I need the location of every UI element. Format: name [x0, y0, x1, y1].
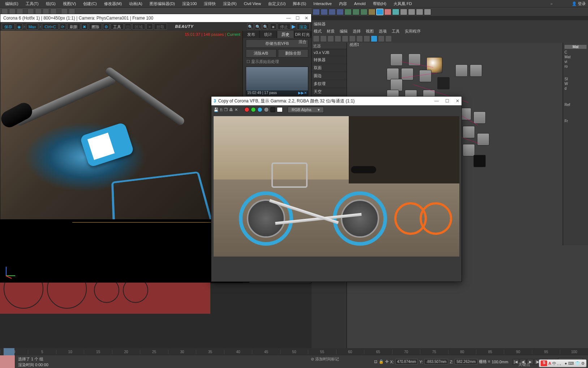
teapot-icon[interactable] [408, 9, 415, 15]
vfb-save-button[interactable]: 保存 [2, 23, 15, 30]
vfb-titlebar[interactable]: Corona 6 (Hotfix 1) | 800×450px (1:1) | … [0, 14, 311, 22]
vfb-ctrlc-button[interactable]: Ctrl+C [42, 23, 58, 30]
menu-create[interactable]: 创建(C) [80, 0, 100, 7]
preset-icon[interactable] [321, 9, 328, 15]
lock-icon[interactable]: 🔒 [379, 359, 384, 364]
menu-phoenix-fd[interactable]: 火凤凰 FD [390, 0, 416, 7]
mat-menu-options[interactable]: 选项 [379, 29, 387, 34]
minimize-icon[interactable]: — [434, 98, 439, 103]
channel-red-icon[interactable] [244, 107, 249, 112]
tab-publish[interactable]: 发布 [243, 31, 260, 38]
zoom-fit-icon[interactable]: 🔍 [247, 23, 254, 30]
browser-item[interactable]: v3.x VJB [312, 49, 347, 56]
menu-civil-view[interactable]: Civil View [240, 0, 265, 7]
menu-overflow-icon[interactable]: » [550, 1, 553, 6]
region-icon[interactable]: ◫ [125, 23, 131, 30]
teapot-icon[interactable] [416, 9, 423, 15]
map-node[interactable] [463, 126, 475, 138]
zoom-in-icon[interactable]: 🔍 [255, 23, 261, 30]
map-node[interactable] [437, 77, 450, 89]
menu-view[interactable]: 视图(V) [59, 0, 80, 7]
menu-render[interactable]: 渲染(R) [219, 0, 240, 7]
erase-icon[interactable]: ✖ [81, 23, 88, 30]
history-thumbnail[interactable]: 15:02:49 | 17 pass ▶▶✕ [246, 67, 308, 96]
mat-toolbar-button[interactable] [313, 35, 319, 42]
ime-a-icon[interactable]: A [548, 361, 551, 365]
mat-toolbar-button[interactable] [378, 35, 385, 42]
maximize-icon[interactable]: ☐ [296, 16, 300, 21]
z-coord-field[interactable]: 582.262mm [455, 359, 477, 364]
preset-icon[interactable] [344, 9, 352, 15]
browser-item[interactable]: 双面 [312, 64, 347, 72]
axis-icon[interactable]: ✢ [385, 359, 389, 364]
menu-content[interactable]: 内容 [335, 0, 351, 7]
mat-menu-select[interactable]: 选择 [353, 29, 361, 34]
map-node[interactable] [390, 79, 403, 91]
menu-graph-editors[interactable]: 图形编辑器(D) [146, 0, 179, 7]
channel-rgb-icon[interactable] [277, 107, 283, 112]
show-post-checkbox[interactable]: ☐ 显示原始后处理 [246, 59, 308, 64]
channel-blue-icon[interactable] [257, 107, 262, 112]
mat-toolbar-button[interactable] [385, 35, 392, 42]
mat-toolbar-button[interactable] [349, 35, 356, 42]
timeline[interactable]: 0 5 10 15 20 25 30 35 40 45 50 55 60 65 … [0, 348, 588, 355]
mat-toolbar-button[interactable] [320, 35, 327, 42]
menu-arnold[interactable]: Arnold [351, 0, 369, 7]
stop-icon[interactable]: ■ [270, 23, 276, 30]
map-node[interactable] [470, 64, 482, 77]
vfb-max-button[interactable]: Max [26, 23, 39, 30]
clear-ab-button[interactable]: 清除A/B [246, 49, 276, 58]
mat-toolbar-button[interactable] [327, 35, 334, 42]
preset-icon[interactable] [329, 9, 336, 15]
mat-menu-mode[interactable]: 模式 [314, 29, 322, 34]
menu-help[interactable]: 帮助(H) [369, 0, 390, 7]
maximize-icon[interactable]: ☐ [445, 98, 449, 103]
ime-settings-icon[interactable]: ⚙ [581, 361, 585, 366]
ime-punct-button[interactable]: , [557, 361, 558, 365]
preset-icon[interactable] [360, 9, 368, 15]
map-node[interactable] [390, 54, 403, 66]
channel-green-icon[interactable] [251, 107, 256, 112]
tab-history[interactable]: 历史 [277, 31, 294, 38]
mat-menu-edit[interactable]: 编辑 [340, 29, 348, 34]
timeline-cursor[interactable] [4, 348, 14, 355]
mat-toolbar-button[interactable] [342, 35, 348, 42]
browser-item[interactable]: 圆边 [312, 72, 347, 80]
menu-tools[interactable]: 工具(T) [22, 0, 42, 7]
mat-toolbar-button[interactable] [364, 35, 370, 42]
save-icon[interactable]: 💾 [214, 107, 219, 112]
corona-logo-icon[interactable]: ◉ [16, 23, 22, 30]
copy-vfb-titlebar[interactable]: 3 Copy of Corona VFB, 显示 Gamma: 2.2, RGB… [211, 97, 462, 105]
tab-dr-lightmix[interactable]: DR 灯光混合 [294, 31, 311, 38]
ime-keyboard-icon[interactable]: ⌨ [568, 361, 574, 366]
keypoint-label[interactable]: 关键点 [518, 362, 530, 367]
menu-script[interactable]: 脚本(S) [289, 0, 310, 7]
gear-icon[interactable]: ⚙ [103, 23, 110, 30]
vfb-region-button[interactable]: 区域 [132, 23, 145, 30]
vfb-pick-button[interactable]: 拾取 [154, 23, 167, 30]
mat-menu-material[interactable]: 材质 [327, 29, 335, 34]
ime-lang-button[interactable]: 中 [552, 361, 556, 366]
play-icon[interactable]: ▶ [292, 24, 296, 29]
preset-icon[interactable] [352, 9, 360, 15]
map-node[interactable] [455, 64, 468, 77]
copy-icon[interactable]: ⎘ [220, 107, 223, 112]
delete-icon[interactable]: ✕ [235, 107, 238, 112]
close-icon[interactable]: ✕ [456, 98, 459, 103]
picker-icon[interactable]: ⌖ [146, 23, 153, 30]
print-icon[interactable]: 🖶 [229, 107, 233, 112]
mat-toolbar-button[interactable] [335, 35, 341, 42]
ime-mode-button[interactable]: ● [565, 361, 567, 365]
mat-menu-utilities[interactable]: 实用程序 [405, 29, 421, 34]
menu-xuandekuai[interactable]: 渲得快 [200, 0, 219, 7]
menu-customize[interactable]: 自定义(U) [265, 0, 289, 7]
vfb-stop-button[interactable]: 停止 [278, 23, 291, 30]
delete-all-button[interactable]: 删除全部 [278, 49, 309, 58]
preset-icon[interactable] [336, 9, 344, 15]
channel-dropdown[interactable]: RGB Alpha▾ [288, 107, 324, 113]
vfb-clear-button[interactable]: 擦除 [89, 23, 102, 30]
map-node[interactable] [408, 54, 421, 66]
browser-item[interactable]: 天空 [312, 88, 347, 96]
copy-vfb-image[interactable] [214, 116, 459, 257]
clone-icon[interactable]: ❐ [224, 107, 228, 112]
